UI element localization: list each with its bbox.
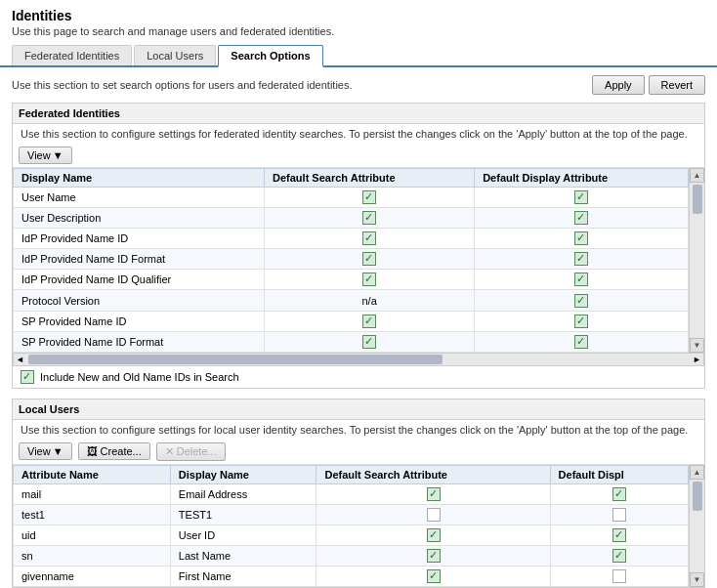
federated-row-display-check[interactable] bbox=[475, 331, 689, 352]
include-checkbox[interactable] bbox=[21, 370, 34, 384]
federated-row-name: User Description bbox=[14, 208, 265, 229]
federated-table-row: SP Provided Name ID Format bbox=[14, 331, 689, 352]
checked-icon[interactable] bbox=[574, 315, 588, 328]
checked-icon[interactable] bbox=[612, 487, 626, 501]
tab-local-users[interactable]: Local Users bbox=[134, 45, 216, 65]
tab-bar: Federated Identities Local Users Search … bbox=[0, 45, 717, 67]
federated-row-display-check[interactable] bbox=[475, 249, 689, 270]
delete-button[interactable]: ✕ Delete... bbox=[156, 442, 226, 461]
checked-icon[interactable] bbox=[574, 211, 588, 225]
scroll-track[interactable] bbox=[690, 183, 704, 338]
checked-icon[interactable] bbox=[362, 273, 376, 286]
unchecked-icon[interactable] bbox=[612, 569, 626, 583]
federated-table: Display Name Default Search Attribute De… bbox=[13, 168, 689, 353]
checked-icon[interactable] bbox=[427, 487, 441, 501]
federated-row-display-check[interactable] bbox=[475, 290, 689, 311]
federated-row-display-check[interactable] bbox=[475, 208, 689, 229]
checked-icon[interactable] bbox=[612, 549, 626, 563]
local-row-disp-check[interactable] bbox=[550, 567, 688, 587]
checked-icon[interactable] bbox=[612, 528, 626, 542]
local-view-button[interactable]: View ▼ bbox=[19, 442, 72, 460]
federated-view-button[interactable]: View ▼ bbox=[19, 147, 72, 164]
local-table-wrapper: Attribute Name Display Name Default Sear… bbox=[13, 465, 704, 587]
federated-section-title: Federated Identities bbox=[13, 104, 704, 124]
local-row-search-check[interactable] bbox=[316, 504, 550, 525]
local-row-disp-check[interactable] bbox=[550, 525, 688, 545]
local-row-search-check[interactable] bbox=[316, 546, 550, 567]
checked-icon[interactable] bbox=[362, 335, 376, 349]
federated-row-search-check[interactable] bbox=[265, 311, 475, 331]
col-default-search-local: Default Search Attribute bbox=[316, 465, 550, 483]
federated-row-display-check[interactable] bbox=[475, 229, 689, 249]
col-default-display: Default Display Attribute bbox=[475, 169, 689, 188]
top-bar: Use this section to set search options f… bbox=[12, 75, 705, 95]
checked-icon[interactable] bbox=[574, 190, 588, 204]
federated-row-search-check[interactable]: n/a bbox=[265, 290, 475, 311]
federated-scrollbar-h[interactable]: ◄ ► bbox=[13, 353, 704, 366]
local-section-title: Local Users bbox=[13, 399, 704, 420]
local-row-attr: givenname bbox=[14, 567, 171, 587]
include-label: Include New and Old Name IDs in Search bbox=[40, 371, 239, 383]
view-chevron-icon: ▼ bbox=[53, 149, 63, 161]
checked-icon[interactable] bbox=[574, 273, 588, 286]
local-row-search-check[interactable] bbox=[316, 567, 550, 587]
federated-row-search-check[interactable] bbox=[265, 188, 475, 208]
federated-row-display-check[interactable] bbox=[475, 188, 689, 208]
checked-icon[interactable] bbox=[574, 252, 588, 266]
federated-row-display-check[interactable] bbox=[475, 311, 689, 331]
local-row-search-check[interactable] bbox=[316, 525, 550, 545]
federated-row-display-check[interactable] bbox=[475, 270, 689, 290]
federated-row-search-check[interactable] bbox=[265, 270, 475, 290]
federated-row-name: SP Provided Name ID Format bbox=[14, 331, 265, 352]
local-users-section: Local Users Use this section to configur… bbox=[12, 399, 705, 588]
federated-table-row: Protocol Versionn/a bbox=[14, 290, 689, 311]
scroll-up-arrow[interactable]: ▲ bbox=[690, 168, 704, 183]
scroll-right-arrow[interactable]: ► bbox=[691, 355, 703, 364]
checked-icon[interactable] bbox=[574, 294, 588, 308]
include-row: Include New and Old Name IDs in Search bbox=[13, 366, 704, 388]
local-table-row: givennameFirst Name bbox=[14, 567, 689, 587]
federated-row-search-check[interactable] bbox=[265, 249, 475, 270]
federated-row-search-check[interactable] bbox=[265, 331, 475, 352]
checked-icon[interactable] bbox=[574, 231, 588, 245]
local-scroll-down-arrow[interactable]: ▼ bbox=[690, 572, 704, 587]
checked-icon[interactable] bbox=[427, 528, 441, 542]
federated-row-search-check[interactable] bbox=[265, 208, 475, 229]
scroll-down-arrow[interactable]: ▼ bbox=[690, 338, 704, 353]
local-row-disp-check[interactable] bbox=[550, 546, 688, 567]
col-disp-name: Display Name bbox=[170, 465, 316, 483]
create-button[interactable]: 🖼 Create... bbox=[78, 442, 150, 460]
scroll-thumb bbox=[693, 185, 702, 214]
checked-icon[interactable] bbox=[362, 211, 376, 225]
checked-icon[interactable] bbox=[362, 231, 376, 245]
local-row-disp-check[interactable] bbox=[550, 504, 688, 525]
tab-content-search-options: Use this section to set search options f… bbox=[0, 67, 717, 588]
unchecked-icon[interactable] bbox=[427, 508, 441, 522]
local-row-disp-check[interactable] bbox=[550, 483, 688, 504]
federated-table-row: IdP Provided Name ID Qualifier bbox=[14, 270, 689, 290]
local-toolbar: View ▼ 🖼 Create... ✕ Delete... bbox=[13, 440, 704, 465]
federated-section: Federated Identities Use this section to… bbox=[12, 103, 705, 389]
tab-search-options[interactable]: Search Options bbox=[218, 45, 322, 67]
federated-table-row: IdP Provided Name ID Format bbox=[14, 249, 689, 270]
checked-icon[interactable] bbox=[427, 549, 441, 563]
local-row-search-check[interactable] bbox=[316, 483, 550, 504]
checked-icon[interactable] bbox=[362, 315, 376, 328]
apply-button[interactable]: Apply bbox=[592, 75, 645, 95]
local-scroll-track[interactable] bbox=[690, 480, 704, 572]
unchecked-icon[interactable] bbox=[612, 508, 626, 522]
local-scroll-up-arrow[interactable]: ▲ bbox=[690, 465, 704, 480]
local-scrollbar-v[interactable]: ▲ ▼ bbox=[689, 465, 704, 587]
local-table-container: Attribute Name Display Name Default Sear… bbox=[13, 465, 689, 587]
federated-row-search-check[interactable] bbox=[265, 229, 475, 249]
federated-scrollbar-v[interactable]: ▲ ▼ bbox=[689, 168, 704, 353]
checked-icon[interactable] bbox=[362, 190, 376, 204]
tab-federated[interactable]: Federated Identities bbox=[12, 45, 132, 65]
checked-icon[interactable] bbox=[427, 569, 441, 583]
checked-icon[interactable] bbox=[574, 335, 588, 349]
checked-icon[interactable] bbox=[362, 252, 376, 266]
local-table-row: test1TEST1 bbox=[14, 504, 689, 525]
revert-button[interactable]: Revert bbox=[649, 75, 705, 95]
page-title: Identities bbox=[12, 8, 705, 23]
scroll-left-arrow[interactable]: ◄ bbox=[14, 355, 26, 364]
